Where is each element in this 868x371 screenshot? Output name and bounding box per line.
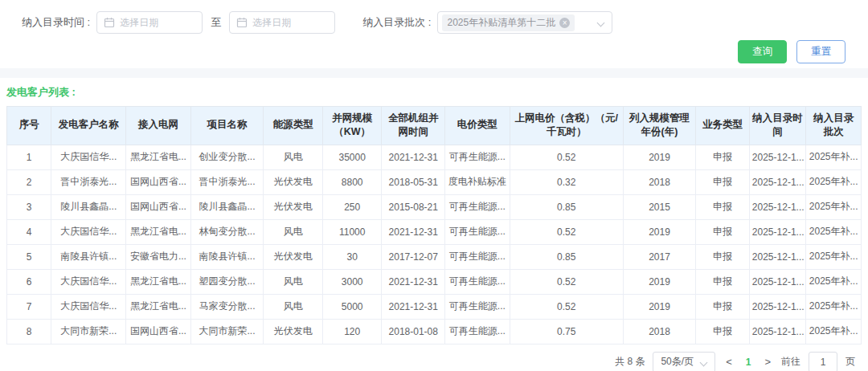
cell-business-type: 申报: [696, 194, 750, 219]
goto-page-input[interactable]: [809, 352, 837, 371]
cell-catalog-batch: 2025年补...: [806, 319, 862, 344]
cell-price-type: 可再生能源...: [445, 244, 510, 269]
cell-grid-scale: 3000: [322, 269, 382, 294]
cell-project-name: 林甸变分散...: [190, 219, 264, 244]
cell-catalog-batch: 2025年补...: [806, 219, 862, 244]
cell-scale-year: 2019: [623, 145, 696, 169]
calendar-icon: [104, 17, 115, 28]
cell-energy-type: 风电: [264, 219, 323, 244]
batch-label: 纳入目录批次 :: [362, 15, 431, 30]
list-title: 发电客户列表 :: [6, 85, 862, 100]
cell-customer-name: 大庆国信华...: [51, 294, 126, 319]
cell-price-type: 可再生能源...: [445, 294, 510, 319]
cell-grid: 黑龙江省电...: [126, 294, 191, 319]
chevron-down-icon: [597, 19, 605, 27]
cell-grid-date: 2018-01-08: [382, 319, 445, 344]
cell-project-name: 大同市新荣...: [190, 319, 264, 344]
cell-grid-scale: 35000: [322, 145, 382, 169]
cell-customer-name: 晋中浙泰光...: [51, 169, 126, 194]
cell-index: 3: [7, 194, 51, 219]
cell-energy-type: 风电: [264, 145, 323, 169]
total-count: 共 8 条: [615, 355, 645, 369]
cell-grid-date: 2021-12-31: [382, 219, 445, 244]
cell-customer-name: 大庆国信华...: [51, 219, 126, 244]
query-button[interactable]: 查询: [738, 40, 787, 63]
page-size-select[interactable]: 50条/页: [653, 352, 715, 371]
cell-customer-name: 大同市新荣...: [51, 319, 126, 344]
cell-scale-year: 2019: [623, 294, 696, 319]
start-date-input[interactable]: [96, 11, 203, 34]
cell-index: 4: [7, 219, 51, 244]
end-date-input[interactable]: [229, 11, 335, 34]
cell-grid-scale: 8800: [322, 169, 382, 194]
cell-index: 1: [7, 145, 51, 169]
cell-grid-scale: 30: [322, 244, 382, 269]
cell-catalog-date: 2025-12-1...: [749, 294, 806, 319]
prev-page-button[interactable]: <: [723, 356, 735, 368]
cell-grid-scale: 120: [322, 319, 382, 344]
cell-customer-name: 大庆国信华...: [51, 145, 126, 169]
cell-business-type: 申报: [696, 269, 750, 294]
date-range-separator: 至: [211, 15, 221, 30]
cell-business-type: 申报: [696, 169, 750, 194]
cell-price: 0.52: [510, 294, 623, 319]
start-date-field[interactable]: [120, 17, 195, 28]
cell-grid-date: 2021-12-31: [382, 294, 445, 319]
filter-panel: 纳入目录时间 : 至 纳入目: [0, 0, 868, 68]
customer-table: 序号发电客户名称接入电网项目名称能源类型并网规模（KW）全部机组并网时间电价类型…: [6, 106, 862, 344]
end-date-field[interactable]: [252, 17, 328, 28]
batch-select[interactable]: 2025年补贴清单第十二批 ×: [437, 11, 612, 34]
cell-price-type: 可再生能源...: [445, 269, 510, 294]
column-header: 能源类型: [264, 106, 323, 145]
column-header: 业务类型: [696, 106, 750, 145]
cell-catalog-date: 2025-12-1...: [749, 169, 806, 194]
cell-price: 0.52: [510, 269, 623, 294]
filter-actions: 查询 重置: [22, 34, 857, 68]
cell-scale-year: 2019: [623, 219, 696, 244]
current-page[interactable]: 1: [743, 357, 755, 368]
cell-scale-year: 2017: [623, 244, 696, 269]
column-header: 项目名称: [190, 106, 264, 145]
cell-price-type: 可再生能源...: [445, 319, 510, 344]
cell-price: 0.32: [510, 169, 623, 194]
next-page-button[interactable]: >: [762, 356, 773, 368]
reset-button[interactable]: 重置: [796, 40, 845, 63]
table-body: 1 大庆国信华... 黑龙江省电... 创业变分散... 风电 35000 20…: [7, 145, 862, 344]
cell-project-name: 创业变分散...: [190, 145, 264, 169]
cell-customer-name: 南陵县许镇...: [51, 244, 126, 269]
batch-tag: 2025年补贴清单第十二批 ×: [442, 14, 575, 31]
list-panel: 发电客户列表 : 序号发电客户名称接入电网项目名称能源类型并网规模（KW）全部机…: [0, 85, 868, 371]
pagination: 共 8 条 50条/页 < 1 > 前往 页: [6, 344, 862, 371]
cell-customer-name: 陵川县鑫晶...: [51, 194, 126, 219]
cell-energy-type: 光伏发电: [264, 244, 323, 269]
cell-catalog-batch: 2025年补...: [806, 269, 862, 294]
goto-label: 前往: [781, 355, 800, 369]
section-divider: [0, 68, 868, 78]
cell-price-type: 度电补贴标准: [445, 169, 510, 194]
cell-catalog-batch: 2025年补...: [806, 194, 862, 219]
cell-scale-year: 2015: [623, 194, 696, 219]
cell-business-type: 申报: [696, 319, 750, 344]
page: 纳入目录时间 : 至 纳入目: [0, 0, 868, 371]
column-header: 纳入目录时间: [749, 106, 806, 145]
column-header: 序号: [7, 106, 51, 145]
tag-close-icon[interactable]: ×: [559, 18, 570, 28]
cell-business-type: 申报: [696, 244, 750, 269]
chevron-down-icon: [700, 358, 708, 366]
cell-business-type: 申报: [696, 294, 750, 319]
cell-catalog-date: 2025-12-1...: [749, 145, 806, 169]
cell-project-name: 陵川县鑫晶...: [190, 194, 264, 219]
cell-catalog-batch: 2025年补...: [806, 294, 862, 319]
cell-grid-date: 2018-05-31: [382, 169, 445, 194]
table-row: 2 晋中浙泰光... 国网山西省... 晋中浙泰光... 光伏发电 8800 2…: [7, 169, 862, 194]
page-size-value: 50条/页: [661, 355, 694, 369]
cell-catalog-date: 2025-12-1...: [749, 194, 806, 219]
cell-grid-date: 2017-12-07: [382, 244, 445, 269]
cell-grid-scale: 11000: [322, 219, 382, 244]
cell-scale-year: 2018: [623, 169, 696, 194]
cell-index: 7: [7, 294, 51, 319]
page-unit-label: 页: [845, 355, 855, 369]
column-header: 全部机组并网时间: [382, 106, 445, 145]
table-row: 6 大庆国信华... 黑龙江省电... 塑园变分散... 风电 3000 202…: [7, 269, 862, 294]
cell-project-name: 塑园变分散...: [190, 269, 264, 294]
